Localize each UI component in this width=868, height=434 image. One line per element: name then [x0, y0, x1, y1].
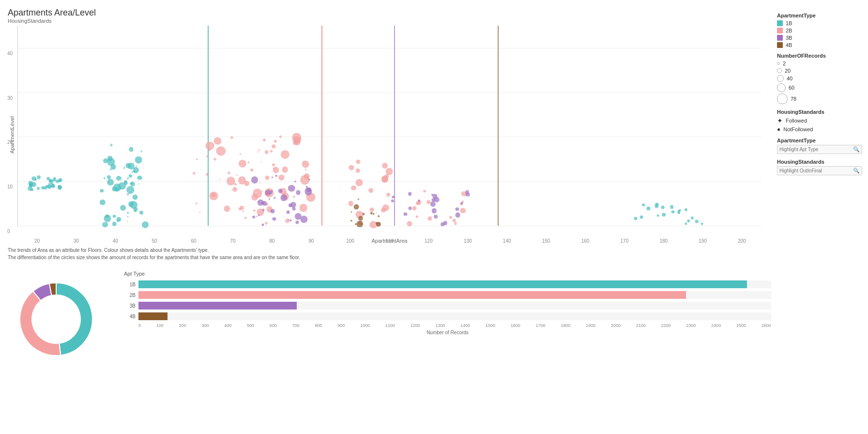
- scatter-dot: ✦: [272, 166, 276, 171]
- housing-search-icon: 🔍: [853, 168, 860, 174]
- scatter-dot: ✦: [131, 170, 134, 174]
- bar-row: 2B: [124, 291, 771, 299]
- title-section: Apartments Area/Level HousingStandards: [8, 8, 771, 24]
- scatter-dot: [244, 217, 247, 219]
- scatter-dot: [426, 201, 430, 204]
- x-tick-label: 60: [191, 238, 196, 244]
- scatter-plot-container: ApartmentLevel 010203040✦✦✦✦✦✦✦✦✦✦✦✦✦✦✦✦…: [8, 26, 771, 244]
- bar-x-tick: 1200: [411, 323, 420, 328]
- scatter-dot: ✦: [271, 176, 274, 180]
- bar-x-tick: 1300: [435, 323, 445, 328]
- bar-track: [138, 302, 771, 310]
- bar-x-tick: 1900: [586, 323, 595, 328]
- scatter-dot: [409, 207, 412, 210]
- scatter-dot: [214, 138, 221, 145]
- scatter-dot: ✦: [274, 173, 278, 179]
- scatter-dot: ✦: [293, 200, 294, 201]
- records-circle: [777, 75, 784, 82]
- scatter-dot: [296, 190, 301, 195]
- scatter-dot: [117, 217, 122, 222]
- scatter-dot: [37, 175, 41, 179]
- scatter-dot: [239, 160, 246, 168]
- scatter-dot: ✦: [304, 168, 307, 171]
- bar-chart-title: Apt Type: [124, 271, 771, 277]
- scatter-dot: [299, 204, 307, 212]
- records-circle: [777, 83, 786, 92]
- filter-apt-type-input-wrap[interactable]: 🔍: [777, 145, 862, 154]
- legend-records-item: 2: [777, 61, 862, 66]
- scatter-dot: [216, 146, 226, 155]
- bar-x-tick: 900: [337, 323, 345, 328]
- scatter-dot: [296, 220, 299, 224]
- scatter-dot: ✦: [261, 191, 263, 193]
- notfollowed-circle-icon: ●: [777, 126, 780, 133]
- scatter-dot: [251, 176, 258, 183]
- apt-type-legend: 1B2B3B4B: [777, 20, 862, 48]
- x-tick-label: 80: [269, 238, 274, 244]
- scatter-dot: [661, 205, 665, 209]
- scatter-dot: [351, 186, 356, 190]
- filter-housing-input[interactable]: [779, 168, 853, 173]
- apt-type-color-box: [777, 35, 783, 41]
- scatter-dot: [99, 199, 105, 205]
- scatter-dot: ✦: [273, 196, 276, 201]
- scatter-dot: [129, 174, 132, 177]
- scatter-dot: [356, 169, 360, 173]
- scatter-dot: [449, 216, 452, 219]
- scatter-dot: ✦: [235, 174, 238, 177]
- filter-apt-type-input[interactable]: [779, 147, 853, 152]
- scatter-dot: ✦: [373, 209, 374, 210]
- legend-housing-title: HousingStandards: [777, 109, 862, 115]
- scatter-dot: [135, 156, 142, 164]
- scatter-dot: [456, 207, 459, 211]
- scatter-dot: [58, 185, 62, 189]
- y-tick-label: 20: [7, 140, 13, 145]
- chart-title: Apartments Area/Level: [8, 8, 771, 18]
- scatter-dot: ✦: [293, 180, 297, 184]
- scatter-dot: [263, 139, 266, 141]
- bar-x-tick: 1800: [561, 323, 570, 328]
- scatter-dot: [100, 189, 104, 193]
- scatter-dot: ✦: [242, 210, 245, 214]
- legend-records-item: 78: [777, 93, 862, 104]
- scatter-dot: ✦: [229, 135, 235, 141]
- scatter-dot: ✦: [226, 170, 232, 177]
- scatter-dot: ✦: [120, 179, 122, 182]
- y-tick-label: 0: [7, 229, 10, 234]
- scatter-dot: [273, 217, 276, 220]
- bar-x-tick: 400: [224, 323, 231, 328]
- records-legend: 220406078: [777, 61, 862, 104]
- scatter-dot: [272, 164, 275, 167]
- filter-housing-input-wrap[interactable]: 🔍: [777, 166, 862, 175]
- scatter-dot: [124, 181, 128, 185]
- bar-track: [138, 280, 771, 288]
- scatter-dot: ✦: [103, 176, 107, 181]
- bar-x-tick: 2500: [736, 323, 746, 328]
- scatter-dot: [35, 179, 37, 181]
- x-tick-label: 190: [699, 238, 707, 244]
- scatter-dot: [250, 169, 253, 171]
- scatter-dot: [701, 223, 703, 225]
- vertical-median-line: [498, 26, 499, 226]
- scatter-dot: [51, 184, 55, 188]
- housing-legend: ✦Followed●NotFollowed: [777, 117, 862, 133]
- scatter-dot: [691, 217, 694, 219]
- scatter-dot: [54, 177, 56, 179]
- bar-fill: [138, 291, 686, 299]
- scatter-dot: ✦: [109, 143, 114, 149]
- x-tick-label: 40: [113, 238, 118, 244]
- scatter-dot: ✦: [257, 213, 261, 217]
- scatter-dot: [455, 213, 460, 218]
- scatter-dot: [126, 186, 134, 194]
- bottom-section: Apt Type 1B 2B 3B 4B 0100200300400500600…: [8, 271, 771, 368]
- scatter-dot: [640, 216, 643, 219]
- bar-track: [138, 291, 771, 299]
- bar-label: 4B: [124, 314, 136, 319]
- scatter-dot: ✦: [246, 160, 250, 165]
- scatter-dot: ✦: [261, 208, 266, 214]
- y-axis-label: ApartmentLevel: [8, 26, 16, 244]
- records-circle: [777, 68, 782, 73]
- scatter-dot: [453, 219, 456, 222]
- scatter-dot: ✦: [198, 211, 201, 214]
- bar-row: 3B: [124, 302, 771, 310]
